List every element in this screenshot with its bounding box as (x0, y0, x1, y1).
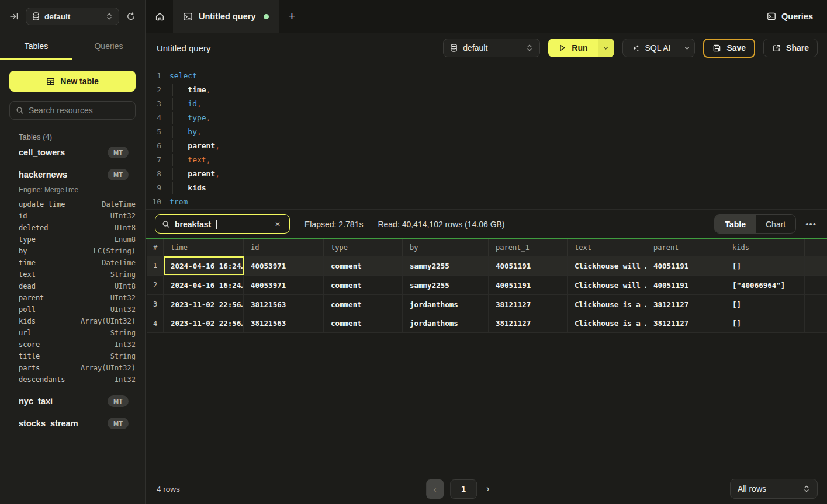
sidebar-table-item-cell_towers[interactable]: cell_towersMT (9, 141, 136, 164)
sidebar: default Tables Queries New table (0, 0, 146, 504)
sidebar-table-item-stocks_stream[interactable]: stocks_streamMT (9, 412, 136, 435)
table-cell[interactable]: Clickhouse is a … (568, 314, 646, 332)
sql-editor[interactable]: 1select2 time,3 id,4 type,5 by,6 parent,… (146, 63, 827, 210)
share-button[interactable]: Share (763, 39, 818, 57)
column-header-kids[interactable]: kids (725, 239, 805, 256)
home-button[interactable] (146, 0, 173, 33)
sql-ai-button[interactable]: SQL AI (622, 39, 679, 57)
column-header-by[interactable]: by (403, 239, 489, 256)
table-cell[interactable]: 38121127 (646, 295, 725, 314)
row-number-cell[interactable]: 1 (147, 256, 164, 275)
sql-ai-options-button[interactable] (679, 39, 695, 57)
sidebar-search-input[interactable]: Search resources (9, 101, 136, 120)
save-button[interactable]: Save (703, 39, 755, 58)
table-cell[interactable]: Clickhouse will … (568, 256, 646, 275)
sidebar-table-item-nyc_taxi[interactable]: nyc_taxiMT (9, 390, 136, 412)
previous-page-button[interactable]: ‹ (426, 479, 444, 499)
page-size-value: All rows (738, 484, 803, 493)
table-cell[interactable]: [] (725, 295, 805, 314)
table-cell[interactable]: sammy2255 (403, 276, 489, 294)
text-cursor (216, 220, 217, 229)
table-cell[interactable]: ["40066964"] (725, 276, 805, 294)
table-cell[interactable]: comment (324, 314, 403, 332)
table-cell[interactable]: 2024-04-16 16:24… (164, 256, 244, 275)
table-cell[interactable]: comment (324, 276, 403, 294)
table-cell[interactable]: 2024-04-16 16:24… (164, 276, 244, 294)
table-cell[interactable]: 38121563 (244, 295, 324, 314)
column-header-id[interactable]: id (244, 239, 324, 256)
table-cell[interactable]: 40051191 (646, 276, 725, 294)
indent-guide (172, 98, 173, 110)
row-number-cell[interactable]: 3 (147, 295, 164, 314)
code-text: time, (169, 85, 210, 94)
clear-search-button[interactable]: ✕ (272, 219, 283, 230)
table-cell[interactable]: Clickhouse will … (568, 276, 646, 294)
more-options-button[interactable]: ••• (804, 219, 818, 229)
table-cell[interactable]: 38121127 (489, 314, 568, 332)
table-cell[interactable]: 38121563 (244, 314, 324, 332)
current-page[interactable]: 1 (450, 479, 477, 499)
tab-untitled-query[interactable]: Untitled query (173, 0, 279, 33)
column-header-type[interactable]: type (324, 239, 403, 256)
new-tab-button[interactable]: + (279, 0, 304, 33)
table-cell[interactable]: 38121127 (489, 295, 568, 314)
home-icon (155, 12, 165, 22)
column-name: kids (19, 317, 36, 325)
editor-line: 2 time, (146, 82, 827, 96)
table-cell[interactable]: [] (725, 256, 805, 275)
table-cell[interactable]: 40051191 (489, 256, 568, 275)
sidebar-tab-tables[interactable]: Tables (0, 33, 72, 60)
table-row: 42023-11-02 22:56…38121563commentjordant… (147, 314, 827, 333)
column-name: score (19, 340, 40, 349)
sidebar-database-selector[interactable]: default (26, 8, 119, 25)
sidebar-tab-queries[interactable]: Queries (72, 33, 145, 60)
column-type: Array(UInt32) (81, 317, 136, 325)
table-cell[interactable]: 40053971 (244, 276, 324, 294)
table-cell[interactable]: 2023-11-02 22:56… (164, 295, 244, 314)
next-page-button[interactable]: › (483, 483, 493, 495)
query-header: Untitled query default (146, 33, 827, 63)
table-cell[interactable]: 2023-11-02 22:56… (164, 314, 244, 332)
results-toolbar-right: TableChart ••• (714, 214, 818, 234)
table-cell[interactable]: Clickhouse is a … (568, 295, 646, 314)
table-cell[interactable]: 40051191 (646, 256, 725, 275)
table-cell[interactable]: jordanthoms (403, 314, 489, 332)
results-table-header: #timeidtypebyparent_1textparentkids (147, 239, 827, 256)
query-database-selector[interactable]: default (443, 39, 540, 57)
code-token: text (188, 155, 206, 164)
run-button[interactable]: Run (548, 39, 597, 57)
query-console-app: default Tables Queries New table (0, 0, 827, 504)
table-cell[interactable]: comment (324, 256, 403, 275)
collapse-sidebar-button[interactable] (8, 10, 20, 23)
column-header-parent_1[interactable]: parent_1 (489, 239, 568, 256)
table-cell[interactable]: 40053971 (244, 256, 324, 275)
page-size-selector[interactable]: All rows (730, 479, 818, 499)
column-header-time[interactable]: time (164, 239, 244, 256)
save-icon (712, 44, 721, 53)
column-name: text (19, 270, 36, 279)
table-cell[interactable]: [] (725, 314, 805, 332)
table-cell[interactable]: 40051191 (489, 276, 568, 294)
results-search-input[interactable]: breakfast ✕ (155, 214, 290, 234)
column-header-row-number[interactable]: # (147, 239, 164, 256)
table-cell[interactable]: jordanthoms (403, 295, 489, 314)
column-header-parent[interactable]: parent (646, 239, 725, 256)
table-cell[interactable]: sammy2255 (403, 256, 489, 275)
column-header-text[interactable]: text (568, 239, 646, 256)
table-cell[interactable]: 38121127 (646, 314, 725, 332)
run-options-button[interactable] (598, 39, 614, 57)
sidebar-body: New table Search resources Tables (4) ce… (0, 60, 145, 504)
sidebar-table-item-hackernews[interactable]: hackernewsMT (9, 164, 136, 186)
row-number-cell[interactable]: 4 (147, 314, 164, 332)
line-number: 4 (146, 113, 161, 122)
view-toggle-chart[interactable]: Chart (756, 215, 795, 233)
query-database-value: default (463, 43, 521, 53)
tab-bar: Untitled query + Queries (146, 0, 827, 33)
queries-button[interactable]: Queries (767, 12, 827, 21)
table-cell[interactable]: comment (324, 295, 403, 314)
new-table-button[interactable]: New table (9, 71, 136, 92)
refresh-button[interactable] (124, 10, 137, 23)
code-token: , (197, 127, 202, 136)
row-number-cell[interactable]: 2 (147, 276, 164, 294)
view-toggle-table[interactable]: Table (715, 215, 756, 233)
